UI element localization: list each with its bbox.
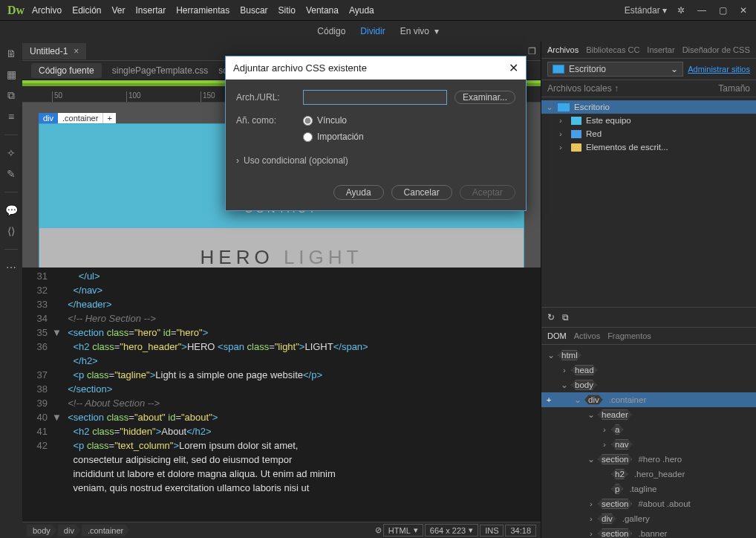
tab-activos[interactable]: Activos [574,331,600,340]
crumb-div[interactable]: div [58,525,80,537]
collapse-all-icon[interactable]: ⧉ [562,312,569,323]
code-line[interactable]: 40▼ <section class="about" id="about"> [22,410,541,424]
code-line[interactable]: 33 </header> [22,297,541,311]
close-tab-icon[interactable]: × [74,46,79,56]
chip-tag: div [39,113,58,123]
col-local-files[interactable]: Archivos locales ↑ [547,83,718,94]
sync-icon[interactable]: ✲ [674,5,688,16]
dimensions[interactable]: 664 x 223 ▾ [425,524,478,537]
snippets-icon[interactable]: ⧉ [7,89,15,102]
dom-tree-row[interactable]: ›section.banner [541,526,756,538]
code-line[interactable]: 42 <p class="text_column">Lorem ipsum do… [22,438,541,495]
dom-panel-tabs: DOM Activos Fragmentos [541,328,756,345]
tab-fragmentos[interactable]: Fragmentos [607,331,651,340]
conditional-use-toggle[interactable]: › Uso condicional (opcional) [236,152,515,173]
dom-tree-row[interactable]: ›nav [541,437,756,452]
dom-tree-row[interactable]: ⌄header [541,407,756,422]
crumb-body[interactable]: body [27,525,56,537]
brush-icon[interactable]: ✎ [7,168,16,180]
close-button[interactable]: ✕ [737,5,750,16]
language-selector[interactable]: HTML ▾ [383,524,423,537]
chip-class: .container [58,113,102,123]
dom-tree-row[interactable]: ›a [541,422,756,437]
crumb-container[interactable]: .container [82,525,129,537]
menu-buscar[interactable]: Buscar [240,5,267,16]
browse-button[interactable]: Examinar... [454,91,515,104]
dom-tree-row[interactable]: ›div.gallery [541,511,756,526]
menu-archivo[interactable]: Archivo [32,5,62,16]
workspace-switcher[interactable]: Estándar ▾ [625,5,667,16]
site-dropdown[interactable]: Escritorio ⌄ [547,62,683,77]
error-icon[interactable]: ⊘ [375,525,382,535]
doc-tab-label: Untitled-1 [30,46,68,56]
layers-icon[interactable]: ▦ [7,68,16,80]
add-node-button[interactable]: + [543,395,555,404]
comment-icon[interactable]: 💬 [5,204,18,216]
dialog-close-icon[interactable]: ✕ [509,61,518,75]
menu-ayuda[interactable]: Ayuda [349,5,374,16]
dom-tree-row[interactable]: ⌄body [541,377,756,392]
dom-tree-row[interactable]: ›section#about .about [541,496,756,511]
tab-insertar[interactable]: Insertar [647,45,674,54]
restore-icon[interactable]: ❐ [524,46,541,56]
menu-ventana[interactable]: Ventana [306,5,339,16]
tab-css-designer[interactable]: Diseñador de CSS [682,45,750,54]
code-line[interactable]: 31 </ul> [22,269,541,283]
insert-mode[interactable]: INS [480,525,504,537]
menu-ver[interactable]: Ver [111,5,125,16]
cancel-button[interactable]: Cancelar [391,185,452,200]
manage-sites-link[interactable]: Administrar sitios [688,65,750,74]
tab-bibliotecas[interactable]: Bibliotecas CC [586,45,639,54]
view-code[interactable]: Código [317,26,345,36]
file-icon[interactable]: 🗎 [6,48,16,59]
doc-tab[interactable]: Untitled-1 × [22,43,86,59]
more-icon[interactable]: ⋯ [6,262,16,273]
collapse-icon[interactable]: ⟨⟩ [7,225,15,237]
radio-importacion[interactable]: Importación [303,132,364,142]
radio-vinculo[interactable]: Vínculo [303,115,364,126]
tab-dom[interactable]: DOM [547,331,567,340]
menu-edicion[interactable]: Edición [72,5,101,16]
dom-tree-row[interactable]: ›head [541,363,756,377]
menu-herramientas[interactable]: Herramientas [176,5,229,16]
code-line[interactable]: 41 <h2 class="hidden">About</h2> [22,424,541,438]
code-line[interactable]: 32 </nav> [22,283,541,297]
help-button[interactable]: Ayuda [333,185,384,200]
url-label: Arch./URL: [236,92,296,103]
files-header: Archivos locales ↑ Tamaño [541,80,756,97]
code-line[interactable]: 36 <h2 class="hero_header">HERO <span cl… [22,340,541,368]
wand-icon[interactable]: ✧ [7,147,16,159]
code-line[interactable]: 35▼ <section class="hero" id="hero"> [22,325,541,340]
element-chip[interactable]: div .container + [39,113,116,123]
dom-tree-row[interactable]: ⌄html [541,348,756,363]
dom-tree-row[interactable]: +⌄div.container [541,392,756,407]
file-tree-row[interactable]: ›Red [541,127,756,140]
file-tree-row[interactable]: ⌄Escritorio [541,100,756,114]
maximize-button[interactable]: ▢ [716,5,729,16]
minimize-button[interactable]: — [695,5,708,16]
code-line[interactable]: 39 <!-- About Section --> [22,396,541,410]
chip-add[interactable]: + [102,113,115,123]
url-input[interactable] [303,90,447,105]
assets-icon[interactable]: ≡ [8,111,14,123]
code-line[interactable]: 37 <p class="tagline">Light is a simple … [22,368,541,382]
dialog-titlebar[interactable]: Adjuntar archivo CSS existente ✕ [226,56,526,80]
code-editor[interactable]: 31 </ul>32 </nav>33 </header>34 <!-- Her… [22,268,541,522]
refresh-icon[interactable]: ↻ [547,312,555,323]
view-live[interactable]: En vivo ▾ [400,26,439,36]
menu-insertar[interactable]: Insertar [136,5,166,16]
source-code-tab[interactable]: Código fuente [31,63,102,78]
menu-sitio[interactable]: Sitio [278,5,296,16]
col-size[interactable]: Tamaño [718,83,750,94]
dom-tree-row[interactable]: p.tagline [541,482,756,496]
file-tree-row[interactable]: ›Elementos de escrit... [541,140,756,154]
css-file-tab[interactable]: singlePageTemplate.css [112,65,208,76]
dom-tree-row[interactable]: h2.hero_header [541,467,756,482]
view-split[interactable]: Dividir [360,26,385,36]
tab-archivos[interactable]: Archivos [547,45,579,54]
code-line[interactable]: 38 </section> [22,382,541,396]
code-line[interactable]: 34 <!-- Hero Section --> [22,311,541,325]
dom-tree-row[interactable]: ⌄section#hero .hero [541,452,756,467]
accept-button[interactable]: Aceptar [460,185,515,200]
file-tree-row[interactable]: ›Este equipo [541,114,756,127]
